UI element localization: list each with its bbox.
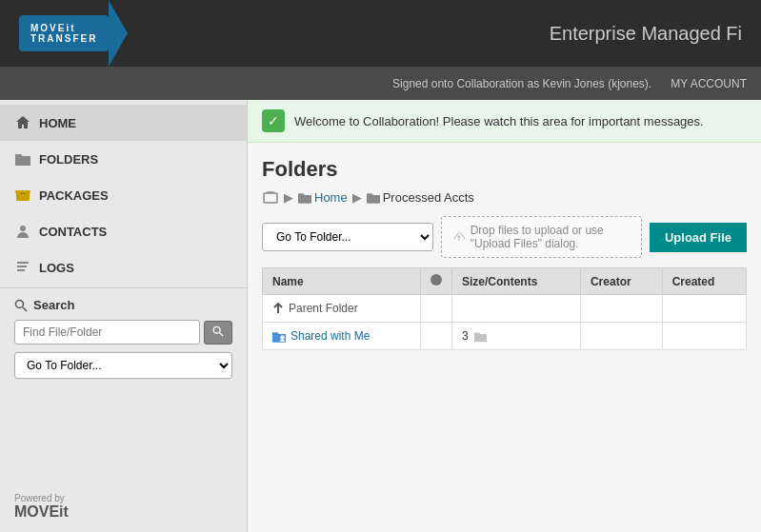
row-sort-shared <box>420 323 451 350</box>
sidebar-item-home[interactable]: HOME <box>0 105 247 141</box>
powered-by-logo: MOVEit <box>14 503 232 521</box>
powered-by-text: Powered by <box>14 493 232 503</box>
search-input-row <box>14 320 232 345</box>
up-arrow-icon <box>272 303 284 314</box>
sidebar-label-logs: LOGS <box>39 261 74 275</box>
col-sort <box>420 268 451 295</box>
home-icon <box>14 114 31 131</box>
page-title: Folders <box>262 157 747 182</box>
logo-box: MOVEit TRANSFER <box>19 15 109 51</box>
sidebar-label-contacts: CONTACTS <box>39 225 107 239</box>
breadcrumb-current: Processed Accts <box>367 190 474 205</box>
sidebar-item-folders[interactable]: FOLDERS <box>0 141 247 177</box>
search-input[interactable] <box>14 320 200 345</box>
svg-point-9 <box>213 326 220 333</box>
breadcrumb: ▶ Home ▶ Processed Accts <box>262 189 747 205</box>
row-size-shared: 3 <box>451 323 580 350</box>
top-header: MOVEit TRANSFER Enterprise Managed Fi <box>0 0 761 67</box>
sidebar-label-packages: PACKAGES <box>39 188 109 203</box>
table-row: Shared with Me 3 <box>263 323 747 350</box>
logo-transfer: TRANSFER <box>30 33 97 44</box>
svg-point-3 <box>20 226 26 231</box>
folder-icon <box>14 150 31 167</box>
sidebar-item-logs[interactable]: LOGS <box>0 249 247 286</box>
breadcrumb-home-link[interactable]: Home <box>298 190 348 205</box>
sidebar-label-home: HOME <box>39 116 76 130</box>
col-creator: Creator <box>580 268 662 295</box>
row-created-shared <box>662 323 746 350</box>
sidebar-label-folders: FOLDERS <box>39 152 98 167</box>
search-button[interactable] <box>204 321 232 345</box>
upload-file-button[interactable]: Upload File <box>650 223 747 252</box>
signed-in-text: Signed onto Collaboration as Kevin Jones… <box>392 77 651 90</box>
logs-icon <box>14 259 31 276</box>
my-account-link[interactable]: MY ACCOUNT <box>671 77 747 90</box>
breadcrumb-sep-2: ▶ <box>352 190 362 205</box>
svg-rect-11 <box>264 193 277 203</box>
drop-zone-text: Drop files to upload or use "Upload File… <box>471 224 630 250</box>
svg-rect-6 <box>17 269 25 271</box>
svg-line-10 <box>220 332 223 335</box>
powered-by: Powered by MOVEit <box>0 482 247 532</box>
header-title: Enterprise Managed Fi <box>550 23 742 45</box>
svg-point-13 <box>280 335 284 339</box>
row-creator-shared <box>580 323 662 350</box>
row-name-shared: Shared with Me <box>263 323 421 350</box>
row-sort-parent <box>420 295 451 323</box>
welcome-check-icon: ✓ <box>262 109 285 132</box>
col-name: Name <box>263 268 421 295</box>
svg-rect-5 <box>17 266 27 267</box>
main-content: ✓ Welcome to Collaboration! Please watch… <box>248 100 761 532</box>
svg-point-7 <box>16 300 24 307</box>
logo-moveit: MOVEit <box>30 23 97 33</box>
row-creator-parent <box>580 295 662 323</box>
breadcrumb-sep-1: ▶ <box>284 190 293 205</box>
upload-icon <box>453 228 465 246</box>
search-section: Search Go To Folder... <box>0 290 247 386</box>
search-label: Search <box>14 298 232 312</box>
svg-rect-4 <box>17 262 29 264</box>
col-created: Created <box>662 268 746 295</box>
upload-toolbar: Go To Folder... Drop files to upload or … <box>262 216 747 258</box>
row-size-parent <box>451 295 580 323</box>
welcome-text: Welcome to Collaboration! Please watch t… <box>294 114 704 128</box>
logo-triangle <box>109 0 128 67</box>
folder-count-icon <box>474 330 487 343</box>
breadcrumb-home-icon <box>262 189 279 205</box>
nav-bar: Signed onto Collaboration as Kevin Jones… <box>0 67 761 100</box>
sidebar: HOME FOLDERS PACKAGES <box>0 100 248 532</box>
shared-folder-icon <box>272 330 286 343</box>
contacts-icon <box>14 223 31 240</box>
goto-folder-main-select[interactable]: Go To Folder... <box>262 223 433 251</box>
folders-area: Folders ▶ Home ▶ <box>248 143 761 532</box>
sidebar-divider <box>0 287 247 288</box>
drop-zone: Drop files to upload or use "Upload File… <box>441 216 642 258</box>
file-table: Name Size/Contents Creator Created <box>262 267 747 350</box>
col-size: Size/Contents <box>451 268 580 295</box>
shared-with-me-link[interactable]: Shared with Me <box>272 329 411 343</box>
welcome-banner: ✓ Welcome to Collaboration! Please watch… <box>248 100 761 143</box>
package-icon <box>14 187 31 204</box>
logo-area: MOVEit TRANSFER <box>19 0 128 67</box>
logo-text: MOVEit TRANSFER <box>30 23 97 44</box>
row-name-parent: Parent Folder <box>263 295 421 323</box>
parent-folder-link[interactable]: Parent Folder <box>272 302 411 315</box>
row-created-parent <box>662 295 746 323</box>
sidebar-item-contacts[interactable]: CONTACTS <box>0 213 247 249</box>
svg-line-8 <box>23 307 27 311</box>
sidebar-item-packages[interactable]: PACKAGES <box>0 177 247 213</box>
svg-rect-2 <box>15 190 30 193</box>
table-row: Parent Folder <box>263 295 747 323</box>
search-icon <box>14 299 28 312</box>
main-layout: HOME FOLDERS PACKAGES <box>0 100 761 532</box>
table-header-row: Name Size/Contents Creator Created <box>263 268 747 295</box>
goto-folder-select-sidebar[interactable]: Go To Folder... <box>14 352 232 379</box>
